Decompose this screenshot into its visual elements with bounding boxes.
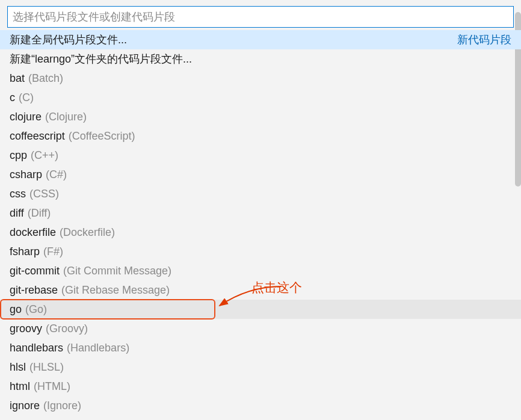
language-desc: (HTML) [34, 380, 70, 393]
language-item-bat[interactable]: bat(Batch) [0, 69, 521, 88]
language-item-c[interactable]: c(C) [0, 88, 521, 107]
language-name: ignore [10, 400, 40, 412]
language-desc: (Batch) [28, 72, 63, 85]
language-desc: (C) [19, 91, 34, 104]
new-global-snippet-item[interactable]: 新建全局代码片段文件... 新代码片段 [0, 30, 521, 49]
language-name: html [10, 380, 30, 393]
language-item-git-commit[interactable]: git-commit(Git Commit Message) [0, 261, 521, 280]
language-desc: (Diff) [28, 207, 51, 220]
options-list: 新建全局代码片段文件... 新代码片段 新建“learngo”文件夹的代码片段文… [0, 30, 521, 415]
language-item-hlsl[interactable]: hlsl(HLSL) [0, 357, 521, 377]
language-name: git-commit [10, 265, 60, 277]
language-item-dockerfile[interactable]: dockerfile(Dockerfile) [0, 223, 521, 242]
language-item-fsharp[interactable]: fsharp(F#) [0, 242, 521, 261]
new-folder-snippet-item[interactable]: 新建“learngo”文件夹的代码片段文件... [0, 49, 521, 69]
language-item-csharp[interactable]: csharp(C#) [0, 165, 521, 184]
language-name: handlebars [10, 342, 63, 354]
language-item-go[interactable]: go(Go) [0, 300, 521, 319]
language-name: fsharp [10, 246, 40, 258]
language-item-diff[interactable]: diff(Diff) [0, 203, 521, 223]
language-desc: (F#) [43, 246, 63, 258]
language-desc: (Groovy) [46, 323, 88, 335]
language-item-ignore[interactable]: ignore(Ignore) [0, 396, 521, 415]
language-name: coffeescript [10, 130, 65, 143]
language-name: git-rebase [10, 284, 58, 297]
language-desc: (C#) [46, 168, 67, 181]
language-name: dockerfile [10, 226, 56, 239]
language-item-cpp[interactable]: cpp(C++) [0, 146, 521, 165]
language-name: diff [10, 207, 24, 220]
language-name: go [10, 303, 22, 316]
search-box-wrapper [7, 6, 514, 28]
item-label: 新建全局代码片段文件... [10, 32, 127, 47]
language-item-groovy[interactable]: groovy(Groovy) [0, 319, 521, 338]
language-desc: (Handlebars) [67, 342, 129, 354]
item-label: 新建“learngo”文件夹的代码片段文件... [10, 52, 192, 66]
language-name: groovy [10, 323, 42, 335]
language-desc: (Git Rebase Message) [61, 284, 170, 297]
language-name: hlsl [10, 361, 26, 374]
quickpick-container: 新建全局代码片段文件... 新代码片段 新建“learngo”文件夹的代码片段文… [0, 6, 521, 420]
language-name: csharp [10, 168, 42, 181]
language-item-handlebars[interactable]: handlebars(Handlebars) [0, 338, 521, 357]
language-name: cpp [10, 149, 27, 162]
language-name: css [10, 188, 26, 200]
language-desc: (HLSL) [29, 361, 64, 374]
language-desc: (C++) [31, 149, 58, 162]
language-item-coffeescript[interactable]: coffeescript(CoffeeScript) [0, 126, 521, 146]
language-desc: (Ignore) [43, 400, 81, 412]
search-input[interactable] [13, 11, 508, 23]
item-category-label: 新代码片段 [457, 32, 511, 47]
language-item-git-rebase[interactable]: git-rebase(Git Rebase Message) [0, 280, 521, 300]
language-desc: (Dockerfile) [60, 226, 115, 239]
language-item-clojure[interactable]: clojure(Clojure) [0, 107, 521, 126]
language-desc: (CoffeeScript) [69, 130, 135, 143]
language-desc: (Git Commit Message) [63, 265, 171, 277]
language-name: c [10, 91, 15, 104]
language-desc: (Go) [25, 303, 47, 316]
language-item-css[interactable]: css(CSS) [0, 184, 521, 203]
language-desc: (CSS) [29, 188, 59, 200]
language-name: clojure [10, 111, 42, 123]
language-name: bat [10, 72, 25, 85]
language-item-html[interactable]: html(HTML) [0, 377, 521, 396]
language-desc: (Clojure) [45, 111, 87, 123]
